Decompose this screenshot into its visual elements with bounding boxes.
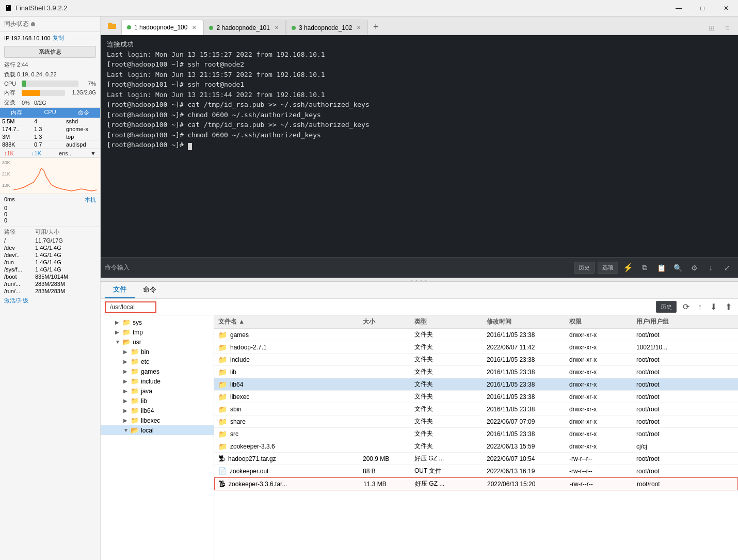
terminal[interactable]: 连接成功 Last login: Mon Jun 13 15:15:27 202… xyxy=(101,35,738,257)
fullscreen-icon-button[interactable]: ⤢ xyxy=(720,261,734,275)
drag-handle[interactable]: • • • • xyxy=(101,278,738,282)
proc-cpu-2: 1.3 xyxy=(34,134,66,140)
folder-icon-bin: 📁 xyxy=(131,348,139,356)
proc-cmd-header: 命令 xyxy=(67,108,100,118)
tree-item-bin[interactable]: ▶ 📁 bin xyxy=(101,347,214,357)
folder-icon-button[interactable] xyxy=(103,17,121,35)
file-row-share[interactable]: 📁share 文件夹 2022/06/07 07:09 drwxr-xr-x r… xyxy=(214,415,738,428)
file-row-zookeeper-out[interactable]: 📄zookeeper.out 88 B OUT 文件 2022/06/13 16… xyxy=(214,465,738,477)
tab-files[interactable]: 文件 xyxy=(105,282,135,298)
tree-item-etc[interactable]: ▶ 📁 etc xyxy=(101,357,214,366)
tree-label-local: local xyxy=(141,427,154,434)
tree-item-lib64[interactable]: ▶ 📁 lib64 xyxy=(101,406,214,415)
tab-2[interactable]: 3 hadoopnode_102 ✕ xyxy=(286,20,368,35)
tree-item-libexec[interactable]: ▶ 📁 libexec xyxy=(101,415,214,425)
list-layout-button[interactable]: ≡ xyxy=(720,21,734,35)
file-row-zookeeper-dir[interactable]: 📁zookeeper-3.3.6 文件夹 2022/06/13 15:59 dr… xyxy=(214,440,738,453)
latency-header: 0ms 本机 xyxy=(4,196,96,204)
term-line-3: Last login: Mon Jun 13 21:15:57 2022 fro… xyxy=(107,70,732,80)
fm-up-button[interactable]: ↑ xyxy=(696,301,704,313)
swap-row: 交换 0% 0/2G xyxy=(0,98,100,107)
tab-1[interactable]: 2 hadoopnode_101 ✕ xyxy=(203,20,285,35)
term-line-0: 连接成功 xyxy=(107,39,732,50)
grid-layout-button[interactable]: ⊞ xyxy=(705,21,718,35)
tree-item-java[interactable]: ▶ 📁 java xyxy=(101,386,214,396)
latency-val-0: 0 xyxy=(4,205,96,211)
fm-history-button[interactable]: 历史 xyxy=(656,301,677,313)
tab-close-2[interactable]: ✕ xyxy=(355,24,362,31)
file-modified-zookeeper-tar: 2022/06/13 15:20 xyxy=(487,481,570,488)
download-icon-button[interactable]: ↓ xyxy=(704,261,717,275)
tab-close-1[interactable]: ✕ xyxy=(273,24,280,31)
copy-icon-button[interactable]: ⧉ xyxy=(638,261,651,275)
file-row-hadoop[interactable]: 📁hadoop-2.7.1 文件夹 2022/06/07 11:42 drwxr… xyxy=(214,341,738,354)
file-row-lib[interactable]: 📁lib 文件夹 2016/11/05 23:38 drwxr-xr-x roo… xyxy=(214,366,738,378)
file-row-sbin[interactable]: 📁sbin 文件夹 2016/11/05 23:38 drwxr-xr-x ro… xyxy=(214,403,738,415)
search-icon-button[interactable]: 🔍 xyxy=(671,261,684,275)
upgrade-button[interactable]: 激活/升级 xyxy=(4,297,96,305)
lightning-icon-button[interactable]: ⚡ xyxy=(621,261,635,275)
fm-download-button[interactable]: ⬇ xyxy=(708,301,719,313)
file-name-include: 📁include xyxy=(218,356,363,364)
file-row-include[interactable]: 📁include 文件夹 2016/11/05 23:38 drwxr-xr-x… xyxy=(214,354,738,366)
fm-refresh-button[interactable]: ⟳ xyxy=(681,301,692,313)
tree-item-tmp[interactable]: ▶ 📁 tmp xyxy=(101,327,214,337)
minimize-button[interactable]: — xyxy=(667,0,691,17)
disk-row: /run/... 283M/283M xyxy=(0,287,100,295)
tree-item-sys[interactable]: ▶ 📁 sys xyxy=(101,317,214,327)
file-name-zookeeper-tar: 🗜zookeeper-3.3.6.tar... xyxy=(219,480,363,488)
fm-upload-button[interactable]: ⬆ xyxy=(723,301,734,313)
expand-icon-tmp: ▶ xyxy=(115,329,120,335)
col-modified[interactable]: 修改时间 xyxy=(487,317,569,326)
col-name[interactable]: 文件名 ▲ xyxy=(218,317,363,326)
paste-icon-button[interactable]: 📋 xyxy=(654,261,668,275)
col-owner[interactable]: 用户/用户组 xyxy=(636,317,698,326)
col-size[interactable]: 大小 xyxy=(363,317,414,326)
cpu-bar xyxy=(22,81,26,87)
file-owner-lib: root/root xyxy=(636,369,698,376)
file-perms-zookeeper-out: -rw-r--r-- xyxy=(569,468,636,475)
file-row-libexec[interactable]: 📁libexec 文件夹 2016/11/05 23:38 drwxr-xr-x… xyxy=(214,391,738,403)
net-down-label: ↓1K xyxy=(31,150,41,156)
col-perms[interactable]: 权限 xyxy=(569,317,636,326)
col-type[interactable]: 类型 xyxy=(414,317,487,326)
file-row-games[interactable]: 📁games 文件夹 2016/11/05 23:38 drwxr-xr-x r… xyxy=(214,329,738,341)
expand-icon-bin: ▶ xyxy=(123,349,129,355)
history-button[interactable]: 历史 xyxy=(574,262,595,274)
close-button[interactable]: ✕ xyxy=(714,0,738,17)
tree-item-include[interactable]: ▶ 📁 include xyxy=(101,376,214,386)
maximize-button[interactable]: □ xyxy=(691,0,714,17)
command-input-bar: 命令输入 历史 选项 ⚡ ⧉ 📋 🔍 ⚙ ↓ ⤢ xyxy=(101,257,738,278)
tab-0[interactable]: 1 hadoopnode_100 ✕ xyxy=(121,20,203,35)
proc-cmd-3: audispd xyxy=(66,141,98,148)
net-up-label: ↑1K xyxy=(4,150,14,156)
file-row-hadoop-tar[interactable]: 🗜hadoop271.tar.gz 200.9 MB 好压 GZ ... 202… xyxy=(214,453,738,465)
proc-cpu-0: 4 xyxy=(34,118,66,124)
tree-item-lib[interactable]: ▶ 📁 lib xyxy=(101,396,214,406)
disk-row: /sys/f... 1.4G/1.4G xyxy=(0,266,100,273)
mem-bar xyxy=(22,90,40,96)
command-input-field[interactable] xyxy=(133,264,571,271)
tab-close-0[interactable]: ✕ xyxy=(190,24,198,31)
file-type-zookeeper-tar: 好压 GZ ... xyxy=(415,479,487,488)
add-tab-button[interactable]: + xyxy=(368,19,383,35)
tab-commands[interactable]: 命令 xyxy=(135,282,165,298)
tree-label-libexec: libexec xyxy=(141,417,160,424)
disk-row: /run/... 283M/283M xyxy=(0,280,100,287)
tree-item-local[interactable]: ▼ 📂 local xyxy=(101,425,214,435)
folder-icon-tmp: 📁 xyxy=(122,328,131,336)
copy-ip-button[interactable]: 复制 xyxy=(53,34,64,42)
net-expand-icon[interactable]: ▼ xyxy=(90,150,96,156)
file-row-src[interactable]: 📁src 文件夹 2016/11/05 23:38 drwxr-xr-x roo… xyxy=(214,428,738,440)
file-name-sbin: 📁sbin xyxy=(218,405,363,413)
disk-path-1: /dev xyxy=(4,245,35,251)
settings-icon-button[interactable]: ⚙ xyxy=(687,261,701,275)
tree-item-usr[interactable]: ▼ 📂 usr xyxy=(101,337,214,347)
fm-path-display[interactable]: /usr/local xyxy=(105,301,156,313)
file-row-lib64[interactable]: 📁lib64 文件夹 2016/11/05 23:38 drwxr-xr-x r… xyxy=(214,378,738,391)
file-row-zookeeper-tar[interactable]: 🗜zookeeper-3.3.6.tar... 11.3 MB 好压 GZ ..… xyxy=(214,477,738,490)
proc-mem-2: 3M xyxy=(2,134,34,140)
tree-item-games[interactable]: ▶ 📁 games xyxy=(101,366,214,376)
sys-info-button[interactable]: 系统信息 xyxy=(4,46,96,58)
options-button[interactable]: 选项 xyxy=(598,262,618,274)
